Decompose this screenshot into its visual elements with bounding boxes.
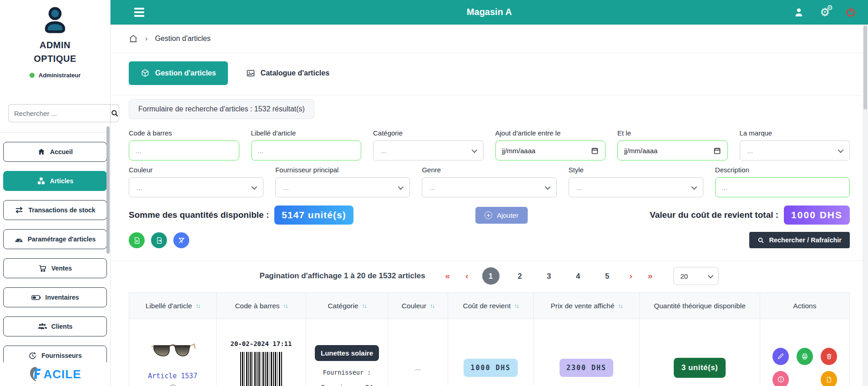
barcode-image — [240, 352, 282, 386]
pagination-page-1[interactable]: 1 — [482, 267, 500, 285]
tools-row: Rechercher / Rafraîchir — [111, 232, 868, 248]
sidebar-item-articles[interactable]: Articles — [3, 171, 107, 191]
sidebar-item-accueil[interactable]: Accueil — [3, 142, 107, 162]
pagination-next-button[interactable]: › — [628, 271, 634, 281]
col-label: Coût de revient — [463, 302, 510, 310]
search-button-label: Rechercher / Rafraîchir — [769, 236, 842, 244]
calendar-icon[interactable] — [591, 147, 599, 155]
sidebar-scrollbar[interactable] — [106, 126, 110, 254]
field-categorie: Catégorie ... — [373, 129, 484, 160]
categorie-select[interactable]: ... — [373, 140, 484, 160]
field-label: Couleur — [129, 166, 263, 174]
sort-icon[interactable]: ↑↓ — [362, 302, 366, 309]
tab-catalogue-articles[interactable]: Catalogue d'articles — [234, 61, 341, 85]
cost-value-badge: 1000 DHS — [464, 359, 517, 377]
col-label: Libellé d'article — [146, 302, 192, 310]
supplier-value: Fournisseur 24 — [306, 384, 388, 386]
field-label: Style — [569, 166, 703, 174]
excel-file-icon — [133, 237, 141, 244]
sort-icon[interactable]: ↑↓ — [283, 302, 288, 309]
page-size-select[interactable]: 20 — [673, 267, 719, 285]
cell-categorie: Lunettes solaire Fournisseur : Fournisse… — [306, 319, 388, 386]
search-refresh-button[interactable]: Rechercher / Rafraîchir — [749, 232, 850, 248]
sidebar: ADMIN OPTIQUE Administrateur Accueil — [0, 0, 111, 386]
select-value: ... — [576, 184, 582, 191]
pagination-first-button[interactable]: « — [444, 271, 452, 281]
cell-couleur: ... — [388, 319, 448, 386]
description-input[interactable] — [715, 177, 850, 197]
field-couleur: Couleur ... — [129, 166, 263, 197]
home-icon — [37, 148, 45, 156]
marque-select[interactable]: ... — [740, 140, 850, 160]
sidebar-item-ventes[interactable]: Ventes — [3, 258, 107, 278]
settings-button[interactable]: ⚙⚙ — [820, 7, 830, 18]
document-button[interactable] — [821, 371, 837, 386]
table-header-row: Libellé d'article↑↓ Code à barres↑↓ Caté… — [129, 293, 850, 319]
tab-gestion-articles[interactable]: Gestion d'articles — [129, 61, 228, 85]
logout-button[interactable] — [845, 7, 856, 18]
page-scrollbar-thumb[interactable] — [863, 25, 867, 110]
sort-icon[interactable]: ↑↓ — [515, 302, 519, 309]
sort-icon[interactable]: ↑↓ — [430, 302, 434, 309]
col-label: Code à barres — [235, 302, 279, 310]
style-select[interactable]: ... — [569, 177, 703, 197]
quantity-value-badge: 3 unité(s) — [674, 358, 726, 378]
admin-name-line2: OPTIQUE — [34, 54, 76, 64]
calendar-icon[interactable] — [713, 147, 721, 155]
facile-logo-text: ACILE — [44, 367, 81, 381]
genre-select[interactable]: ... — [422, 177, 556, 197]
add-button-label: Ajouter — [497, 211, 519, 219]
filter-reset-button[interactable] — [173, 232, 189, 248]
page-scrollbar[interactable] — [863, 25, 868, 386]
user-profile-button[interactable] — [793, 7, 804, 18]
article-link[interactable]: Article 1537 — [129, 372, 216, 380]
col-cout: Coût de revient↑↓ — [448, 293, 534, 319]
couleur-select[interactable]: ... — [129, 177, 263, 197]
code-barres-input[interactable] — [129, 140, 239, 160]
print-button[interactable] — [797, 348, 813, 365]
sidebar-search-button[interactable] — [110, 104, 119, 122]
cost-badge: 1000 DHS — [784, 206, 850, 225]
sort-icon[interactable]: ↑↓ — [618, 302, 622, 309]
price-value-badge: 2300 DHS — [560, 359, 613, 377]
chevron-down-icon — [398, 184, 404, 190]
cell-cout: 1000 DHS — [448, 319, 534, 386]
pagination-page-2[interactable]: 2 — [511, 267, 529, 285]
store-title: Magasin A — [111, 7, 868, 17]
breadcrumb-current: Gestion d'articles — [155, 35, 211, 43]
pagination-prev-button[interactable]: ‹ — [464, 271, 470, 281]
admin-name: ADMIN OPTIQUE — [0, 38, 110, 65]
sort-icon[interactable]: ↑↓ — [196, 302, 200, 309]
sidebar-item-label: Accueil — [50, 148, 73, 155]
pagination-last-button[interactable]: » — [646, 271, 655, 281]
menu-hamburger-icon[interactable] — [134, 8, 144, 17]
add-article-button[interactable]: + Ajouter — [475, 207, 528, 224]
info-button[interactable] — [772, 371, 789, 386]
pagination-page-3[interactable]: 3 — [540, 267, 558, 285]
libelle-input[interactable] — [251, 140, 362, 160]
export-file-button[interactable] — [151, 232, 167, 248]
col-quantite: Quantité théorique disponible — [640, 293, 760, 319]
sidebar-item-clients[interactable]: Clients — [3, 316, 107, 336]
sidebar-search-input[interactable] — [8, 104, 110, 122]
form-results-header: Formulaire de recherche d'articles : 153… — [129, 99, 314, 119]
sidebar-item-label: Paramétrage d'articles — [28, 236, 96, 243]
online-status-dot — [30, 73, 35, 78]
date-fin-input[interactable]: jj/mm/aaaa — [617, 140, 728, 160]
gears-icon: ⚙⚙ — [820, 7, 830, 18]
fournisseur-select[interactable]: ... — [275, 177, 410, 197]
battery-icon — [31, 295, 41, 301]
pagination-page-5[interactable]: 5 — [599, 267, 616, 285]
sidebar-item-transactions[interactable]: Transactions de stock — [3, 200, 107, 220]
sidebar-item-parametrage[interactable]: Paramétrage d'articles — [3, 229, 107, 249]
role-row: Administrateur — [0, 72, 110, 79]
export-excel-button[interactable] — [129, 232, 145, 248]
delete-button[interactable] — [821, 348, 837, 365]
pagination-page-4[interactable]: 4 — [570, 267, 587, 285]
date-debut-input[interactable]: jj/mm/aaaa — [495, 140, 606, 160]
search-form-panel: Formulaire de recherche d'articles : 153… — [111, 95, 868, 254]
edit-button[interactable] — [772, 348, 789, 365]
col-code-barres: Code à barres↑↓ — [217, 293, 306, 319]
sidebar-item-inventaires[interactable]: Inventaires — [3, 287, 107, 307]
breadcrumb-home-icon[interactable] — [129, 34, 138, 43]
